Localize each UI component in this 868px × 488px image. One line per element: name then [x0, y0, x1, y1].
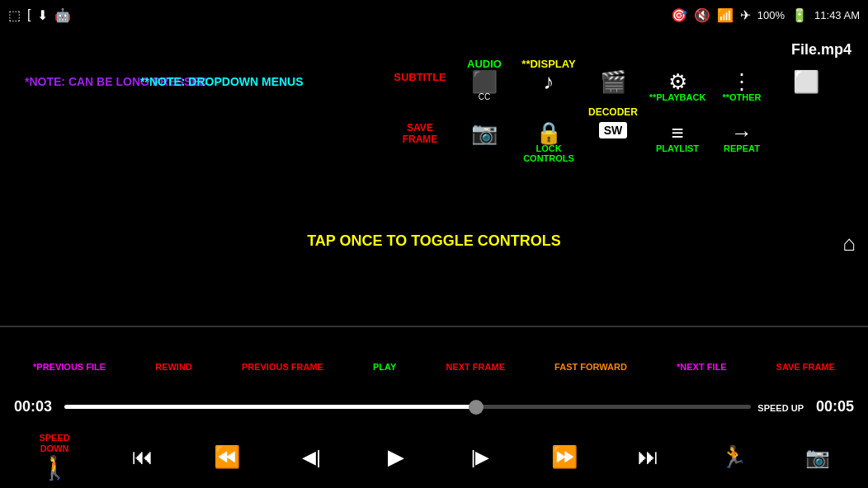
progress-area: 00:03 SPEED UP 00:05: [0, 398, 868, 415]
progress-bar[interactable]: [64, 405, 751, 409]
toggle-controls-text[interactable]: TAP ONCE TO TOGGLE CONTROLS: [289, 231, 579, 251]
walk-icon[interactable]: 🚶: [40, 454, 69, 481]
video-cam-cell[interactable]: 🎬: [581, 71, 645, 92]
speed-down-label: SPEED DOWN: [26, 433, 83, 454]
subtitle-control[interactable]: SUBTITLE: [388, 71, 452, 83]
android-icon: 🤖: [54, 7, 71, 23]
fullscreen-icon: ⬜: [793, 71, 819, 92]
mute-icon: 🔇: [694, 7, 710, 23]
sw-decoder-cell[interactable]: SW: [581, 122, 645, 138]
speed-down-cell: SPEED DOWN 🚶: [26, 433, 83, 481]
other-menu-cell[interactable]: ⋮ **OTHER: [710, 71, 774, 102]
lock-controls-cell[interactable]: 🔒 LOCKCONTROLS: [517, 122, 581, 163]
playlist-icon: ≡: [671, 122, 683, 143]
download-icon: ⬇: [37, 7, 48, 23]
prev-frame-button[interactable]: ◀|: [287, 433, 337, 482]
video-icon: 🎬: [600, 71, 626, 92]
progress-fill: [64, 405, 476, 409]
status-left: ⬚ [ ⬇ 🤖: [8, 7, 71, 23]
save-frame-camera-cell[interactable]: 📷: [452, 122, 517, 143]
prev-frame-label: PREVIOUS FRAME: [242, 362, 323, 373]
icon-row-2: SAVEFRAME 📷 🔒 LOCKCONTROLS SW ≡ PLAYLIST…: [388, 122, 864, 163]
rewind-button[interactable]: ⏪: [202, 433, 252, 482]
audio-note-cell[interactable]: ♪: [517, 71, 581, 92]
battery-icon: 🔋: [791, 7, 808, 23]
save-frame-label-cell: SAVEFRAME: [388, 122, 452, 146]
cc-icon: ⬛: [471, 71, 498, 92]
sw-label: SW: [599, 122, 628, 138]
fast-forward-label: FAST FORWARD: [554, 362, 627, 373]
repeat-cell[interactable]: → REPEAT: [710, 122, 774, 153]
speed-up-button[interactable]: 🏃: [709, 433, 758, 482]
next-file-label: *NEXT FILE: [677, 362, 727, 373]
playlist-cell[interactable]: ≡ PLAYLIST: [645, 122, 710, 153]
time-end: 00:05: [810, 398, 860, 415]
button-labels-row: *PREVIOUS FILE REWIND PREVIOUS FRAME PLA…: [0, 331, 868, 373]
speed-up-label: SPEED UP: [757, 399, 804, 415]
window-icon: ⬚: [8, 7, 21, 23]
controls-area: AUDIO **DISPLAY SUBTITLE ⬛ CC ♪ 🎬 ⚙ **PL…: [388, 56, 864, 163]
battery-percent: 100%: [757, 9, 785, 21]
playback-settings-cell[interactable]: ⚙ **PLAYBACK: [645, 71, 710, 102]
target-icon: 🎯: [671, 7, 687, 23]
icon-row-1: SUBTITLE ⬛ CC ♪ 🎬 ⚙ **PLAYBACK ⋮ **OTHER…: [388, 71, 864, 102]
decoder-label-row: DECODER: [388, 104, 864, 119]
time-start: 00:03: [8, 398, 58, 415]
divider: [0, 326, 868, 327]
gear-icon: ⚙: [668, 71, 687, 92]
cc-icon-cell[interactable]: ⬛ CC: [452, 71, 517, 101]
play-button[interactable]: ▶: [371, 433, 421, 482]
fast-forward-button[interactable]: ⏩: [540, 433, 589, 482]
play-label: PLAY: [373, 362, 396, 373]
airplane-icon: ✈: [740, 7, 751, 23]
bracket-icon: [: [27, 7, 31, 22]
camera-button[interactable]: 📷: [793, 433, 842, 482]
decoder-label: DECODER: [581, 104, 645, 119]
fullscreen-cell[interactable]: ⬜: [774, 71, 838, 92]
camera-icon: 📷: [471, 122, 498, 143]
home-icon[interactable]: ⌂: [842, 231, 856, 256]
next-frame-label: NEXT FRAME: [446, 362, 505, 373]
rewind-label: REWIND: [155, 362, 192, 373]
skip-back-button[interactable]: ⏮: [118, 433, 167, 482]
save-frame-btn-label: SAVE FRAME: [776, 362, 835, 373]
dots-icon: ⋮: [731, 71, 752, 92]
skip-forward-button[interactable]: ⏭: [624, 433, 673, 482]
repeat-icon: →: [731, 122, 752, 143]
transport-row: SPEED DOWN 🚶 ⏮ ⏪ ◀| ▶ |▶ ⏩ ⏭ 🏃 📷: [0, 430, 868, 484]
status-bar: ⬚ [ ⬇ 🤖 🎯 🔇 📶 ✈ 100% 🔋 11:43 AM: [0, 0, 868, 30]
progress-knob[interactable]: [469, 400, 484, 415]
time-display: 11:43 AM: [814, 9, 860, 21]
prev-file-label: *PREVIOUS FILE: [33, 362, 106, 373]
status-right: 🎯 🔇 📶 ✈ 100% 🔋 11:43 AM: [671, 7, 860, 23]
next-frame-button[interactable]: |▶: [455, 433, 505, 482]
note-dropdown: **NOTE: DROPDOWN MENUS: [140, 74, 304, 91]
lock-icon: 🔒: [535, 122, 562, 143]
wifi-icon: 📶: [717, 7, 734, 23]
music-icon: ♪: [544, 71, 554, 92]
